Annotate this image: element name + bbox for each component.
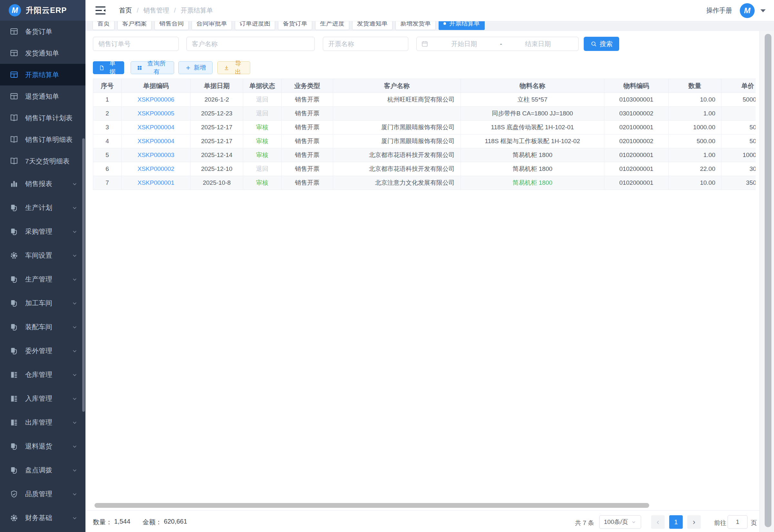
sidebar-item[interactable]: 入库管理 <box>0 387 85 410</box>
export-button[interactable]: 导出 <box>217 61 250 74</box>
sidebar-item[interactable]: 7天交货明细表 <box>0 150 85 172</box>
sidebar-item[interactable]: 销售订单计划表 <box>0 107 85 129</box>
sidebar-item[interactable]: 生产管理 <box>0 267 85 291</box>
doc-code-link[interactable]: XSKP000002 <box>137 165 174 172</box>
page-tab-label: 销售合同 <box>159 21 184 27</box>
breadcrumb-item[interactable]: 销售管理 <box>144 6 169 15</box>
page-tab[interactable]: 订单进度图 <box>235 21 275 30</box>
app-logo-icon: M <box>9 4 21 16</box>
table-row[interactable]: 6 XSKP000002 2025-12-10 退回 销售开票 北京都市花语科技… <box>93 162 756 176</box>
page-tab[interactable]: 备货订单 <box>278 21 312 30</box>
table-row[interactable]: 4 XSKP000004 2025-12-17 审核 销售开票 厦门市黑眼睛服饰… <box>93 134 756 148</box>
page-tab[interactable]: 生产进度 <box>315 21 349 30</box>
doc-code-link[interactable]: XSKP000005 <box>137 110 174 117</box>
sidebar-item[interactable]: 销售订单明细表 <box>0 129 85 150</box>
next-page-button[interactable]: › <box>687 515 701 529</box>
doc-code-link[interactable]: XSKP000001 <box>137 179 174 186</box>
sidebar-item[interactable]: 发货通知单 <box>0 42 85 64</box>
table-row[interactable]: 2 XSKP000005 2025-12-23 退回 销售开票 同步带件B CA… <box>93 107 756 121</box>
cell-status: 审核 <box>243 134 282 148</box>
page-size-select[interactable]: 100条/页 <box>599 515 641 529</box>
page-tab-label: 客户档案 <box>122 21 147 27</box>
date-range-picker[interactable]: 开始日期 - 结束日期 <box>416 37 579 51</box>
breadcrumb-item[interactable]: 首页 <box>119 6 132 15</box>
sidebar-item[interactable]: 采购管理 <box>0 220 85 243</box>
page-tab[interactable]: 发货通知单 <box>352 21 392 30</box>
table-h-scrollbar <box>93 502 756 509</box>
avatar[interactable]: M <box>740 3 755 18</box>
sidebar: M 升阳云ERP 备货订单 发货通知单 开票结算单 退货通知单 销售订单计划表 … <box>0 0 85 532</box>
cell-qty: 10.00 <box>669 93 721 107</box>
cell-price: 3500.00 <box>721 176 756 190</box>
page-tab[interactable]: 客户档案 <box>117 21 152 30</box>
user-menu-caret-icon[interactable] <box>760 9 766 15</box>
invoice-name-input[interactable] <box>323 37 408 51</box>
cell-doc-code: XSKP000001 <box>122 176 191 190</box>
breadcrumb-item: 开票结算单 <box>181 6 213 15</box>
column-header: 物料名称 <box>461 79 604 93</box>
manual-link[interactable]: 操作手册 <box>706 6 732 15</box>
sidebar-item[interactable]: 加工车间 <box>0 291 85 315</box>
table-h-scrollbar-thumb[interactable] <box>94 503 649 508</box>
page-tab-active[interactable]: 开票结算单 <box>439 21 485 30</box>
sidebar-item[interactable]: 退料退货 <box>0 434 85 458</box>
prev-page-button[interactable]: ‹ <box>651 515 665 529</box>
page-tab[interactable]: 销售合同 <box>154 21 189 30</box>
sidebar-item[interactable]: 开票结算单 <box>0 64 85 85</box>
data-table: 序号单据编码单据日期单据状态业务类型客户名称物料名称物料编码数量单价 1 XSK… <box>93 79 756 190</box>
page-tab[interactable]: 首页 <box>93 21 114 30</box>
sidebar-item-label: 品质管理 <box>25 489 52 498</box>
add-button[interactable]: 新增 <box>178 61 213 74</box>
cell-material: 118S 底盘传动装配 1H-102-01 <box>461 121 604 134</box>
sidebar-item[interactable]: 盘点调拨 <box>0 458 85 482</box>
doc-code-link[interactable]: XSKP000004 <box>137 138 174 144</box>
customer-name-input[interactable] <box>186 37 315 51</box>
sidebar-item[interactable]: 备货订单 <box>0 21 85 42</box>
sidebar-item[interactable]: 委外管理 <box>0 339 85 363</box>
doc-code-link[interactable]: XSKP000003 <box>137 152 174 158</box>
cell-doc-date: 2025-12-23 <box>191 107 243 121</box>
cell-doc-date: 2026-1-2 <box>191 93 243 107</box>
breadcrumb: 首页/销售管理/开票结算单 <box>119 6 213 15</box>
sidebar-item[interactable]: 车间设置 <box>0 243 85 267</box>
order-no-input[interactable] <box>93 37 179 51</box>
sidebar-item[interactable]: 出库管理 <box>0 410 85 434</box>
goto-label: 前往 <box>714 519 726 527</box>
table-row[interactable]: 7 XSKP000001 2025-10-8 审核 销售开票 北京注意力文化发展… <box>93 176 756 190</box>
date-separator: - <box>500 40 502 48</box>
cell-biz-type: 销售开票 <box>282 93 333 107</box>
sidebar-item[interactable]: 装配车间 <box>0 315 85 339</box>
page-tabs-strip: 首页 客户档案 销售合同 合同审批单 订单进度图 备货订单 生产进度 发货通知单… <box>85 21 774 31</box>
sidebar-item[interactable]: 财务基础 <box>0 506 85 530</box>
cell-doc-code: XSKP000005 <box>122 107 191 121</box>
sidebar-item[interactable]: 品质管理 <box>0 482 85 506</box>
current-page-button[interactable]: 1 <box>669 515 683 529</box>
search-button[interactable]: 搜索 <box>584 37 619 51</box>
page-tab[interactable]: 合同审批单 <box>192 21 232 30</box>
page-tab[interactable]: 新增发货单 <box>395 21 436 30</box>
table-row[interactable]: 3 XSKP000004 2025-12-17 审核 销售开票 厦门市黑眼睛服饰… <box>93 121 756 134</box>
column-header: 物料编码 <box>604 79 669 93</box>
cell-customer: 北京注意力文化发展有限公司 <box>333 176 461 190</box>
sidebar-item[interactable]: 仓库管理 <box>0 363 85 387</box>
sidebar-collapse-icon[interactable] <box>95 6 105 15</box>
sidebar-item[interactable]: 退货通知单 <box>0 85 85 107</box>
download-icon <box>223 65 230 71</box>
sidebar-scrollbar-thumb[interactable] <box>82 138 85 412</box>
query-all-button[interactable]: 查询所有 <box>131 61 174 74</box>
doc-code-link[interactable]: XSKP000004 <box>137 124 174 131</box>
doc-code-link[interactable]: XSKP000006 <box>137 96 174 103</box>
goto-page-input[interactable] <box>728 515 748 529</box>
table-row[interactable]: 1 XSKP000006 2026-1-2 退回 销售开票 杭州旺旺旺商贸有限公… <box>93 93 756 107</box>
cell-seq: 4 <box>93 134 122 148</box>
sidebar-item[interactable]: 生产计划 <box>0 196 85 220</box>
table-row[interactable]: 5 XSKP000003 2025-12-14 审核 销售开票 北京都市花语科技… <box>93 148 756 162</box>
cell-seq: 5 <box>93 148 122 162</box>
amount-total-value: 620,661 <box>164 518 187 527</box>
document-button[interactable]: 单据 <box>93 61 124 74</box>
sidebar-item[interactable]: 销售报表 <box>0 172 85 196</box>
window-scrollbar-thumb[interactable] <box>765 34 771 527</box>
page-tab-label: 新增发货单 <box>400 21 431 27</box>
status-badge: 退回 <box>256 110 268 117</box>
sidebar-item-label: 发货通知单 <box>25 49 59 58</box>
